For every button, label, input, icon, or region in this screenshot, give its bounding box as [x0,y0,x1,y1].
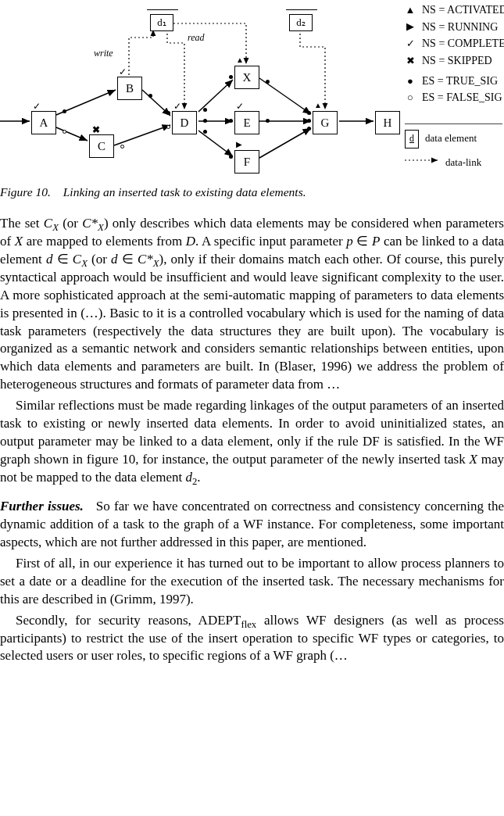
check-icon: ✓ [236,100,244,113]
true-sig-icon [63,109,66,113]
true-sig-icon [266,80,270,84]
svg-line-4 [114,125,170,145]
false-sig-icon [120,145,124,149]
data-element-icon: d [405,130,419,149]
check-icon: ✓ [119,66,127,78]
figure-legend-data: ddata element data-link [405,129,481,171]
check-icon: ✓ [33,100,41,113]
legend-text: NS = COMPLETED [422,35,504,52]
true-sig-icon [307,127,311,131]
true-sig-icon [203,108,207,112]
node-E: E [234,111,259,134]
svg-line-7 [198,131,233,156]
true-sig-icon [229,155,233,159]
anno-write: write [94,47,113,59]
true-sig-icon [203,119,207,123]
legend-text: ES = TRUE_SIG [422,73,498,90]
node-label: E [243,116,250,129]
false-sig-icon [166,125,170,129]
true-sig-icon [166,111,170,115]
legend-text: NS = ACTIVATED [422,2,504,19]
svg-line-10 [259,128,311,158]
triangle-up-icon: ▲ [405,2,416,18]
paragraph: Further issues. So far we have concentra… [0,498,504,552]
legend-text: ES = FALSE_SIG [422,89,502,106]
x-icon: ✖ [92,123,100,136]
paragraph-text: First of all, in our experience it has t… [0,556,504,607]
run-in-heading: Further issues. [0,499,84,514]
anno-read: read [188,31,205,44]
node-H: H [375,111,400,134]
figure-legend: ▲NS = ACTIVATED ▶NS = RUNNING ✓NS = COMP… [405,2,504,106]
paragraph: Similar reflections must be made regardi… [0,397,504,487]
paragraph-text: The set CX (or C*X) only describes which… [0,216,504,392]
node-label: D [181,116,189,129]
data-element-label: d₂ [296,16,306,28]
node-G: G [313,111,338,134]
empty-circle-icon: ○ [405,90,416,106]
data-underline [286,9,317,10]
legend-text: NS = RUNNING [422,19,498,36]
paragraph: Secondly, for security reasons, ADEPTfle… [0,612,504,666]
legend-text: data-link [445,156,481,168]
true-sig-icon [148,94,152,98]
triangle-right-icon: ▶ [236,139,242,150]
triangle-up-icon: ▲ [236,55,244,66]
data-element-d2: d₂ [289,14,313,31]
figure-10: d₁ d₂ write read A B C D X E F G H ✓ ✓ ✖… [0,0,504,180]
svg-line-2 [56,127,88,141]
node-F: F [234,150,259,174]
true-sig-icon [229,75,233,79]
legend-divider [405,123,502,124]
node-B: B [117,77,142,100]
filled-circle-icon: ● [405,73,416,89]
node-C: C [89,134,114,158]
triangle-right-icon: ▶ [405,19,416,34]
node-label: G [321,116,330,129]
check-icon: ✓ [405,36,416,52]
data-element-d1: d₁ [150,14,173,31]
paragraph-text: Secondly, for security reasons, ADEPTfle… [0,613,504,664]
x-icon: ✖ [405,53,416,69]
figure-number: Figure 10. [0,185,51,199]
legend-text: NS = SKIPPED [422,52,492,70]
paragraph: The set CX (or C*X) only describes which… [0,215,504,394]
node-label: H [384,116,392,129]
data-element-label: d₁ [157,16,166,28]
figure-caption-text: Linking an inserted task to existing dat… [63,185,306,199]
figure-caption: Figure 10. Linking an inserted task to e… [0,184,504,201]
paragraph: First of all, in our experience it has t… [0,555,504,609]
node-label: F [244,156,250,168]
data-underline [147,9,178,10]
node-A: A [31,111,56,134]
paragraph-text: Similar reflections must be made regardi… [0,398,504,485]
true-sig-icon [307,111,311,115]
triangle-up-icon: ▲ [314,100,322,111]
node-label: A [40,116,48,129]
true-sig-icon [203,130,207,134]
node-D: D [172,111,197,134]
true-sig-icon [266,119,270,123]
check-icon: ✓ [173,100,181,113]
node-label: X [243,71,252,84]
svg-line-5 [198,80,233,112]
false-sig-icon [63,130,66,134]
true-sig-icon [229,119,233,123]
true-sig-icon [307,119,311,123]
node-X: X [234,66,259,89]
node-label: C [98,140,105,152]
legend-text: data element [425,132,477,144]
node-label: B [126,82,134,95]
